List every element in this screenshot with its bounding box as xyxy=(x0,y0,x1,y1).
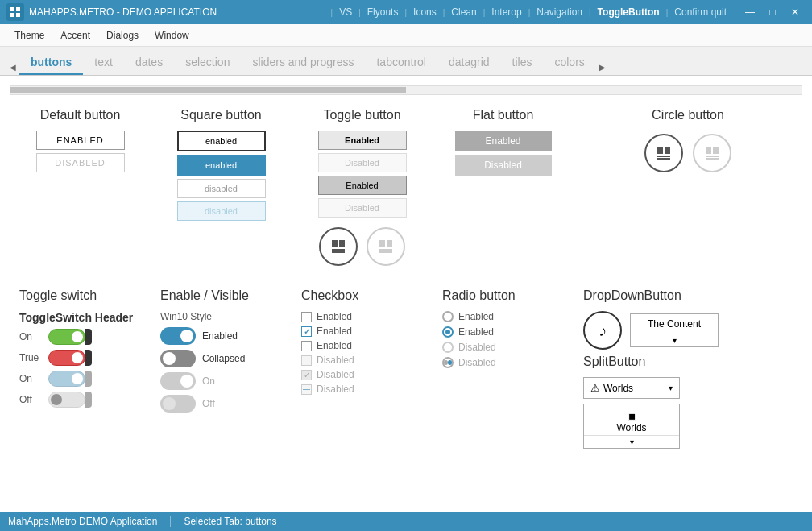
svg-rect-10 xyxy=(379,249,392,251)
toggle-thumb-1 xyxy=(72,331,83,342)
square-btn1[interactable]: enabled xyxy=(177,131,266,151)
square-button-title: Square button xyxy=(160,108,282,122)
tab-text[interactable]: text xyxy=(83,51,124,76)
circle-buttons-row xyxy=(583,131,793,176)
menu-theme[interactable]: Theme xyxy=(6,27,52,44)
toggle-label-true: True xyxy=(19,352,48,363)
toggle-row-on-green: On xyxy=(19,329,141,345)
tab-colors[interactable]: colors xyxy=(543,51,595,76)
dropdown-button-inner: The Content xyxy=(631,314,718,334)
split-btn1-main[interactable]: ⚠ Worlds ▾ xyxy=(584,378,679,398)
toggle-btn3[interactable]: Enabled xyxy=(318,176,407,195)
toggle2-on[interactable] xyxy=(160,327,196,345)
default-enabled-button[interactable]: ENABLED xyxy=(36,131,125,150)
toggle-off-gray[interactable] xyxy=(48,392,85,408)
tab-tabcontrol[interactable]: tabcontrol xyxy=(365,51,437,76)
cb-unchecked-1[interactable] xyxy=(301,312,312,322)
toggle-button-section: Toggle button Enabled Disabled Enabled D… xyxy=(292,102,433,276)
tab-datagrid[interactable]: datagrid xyxy=(437,51,501,76)
dropdown-arrow-icon[interactable]: ▾ xyxy=(631,334,718,346)
music-icon-button[interactable]: ♪ xyxy=(583,311,622,350)
nav-togglebutton[interactable]: ToggleButton xyxy=(591,6,666,18)
nav-vs[interactable]: VS xyxy=(333,6,358,18)
toggle-switch-section: Toggle switch ToggleSwitch Header On Tru… xyxy=(10,282,151,502)
tab-buttons[interactable]: buttons xyxy=(19,51,83,76)
close-button[interactable]: ✕ xyxy=(785,4,806,20)
tab-sliders[interactable]: sliders and progress xyxy=(241,51,365,76)
tab-dates[interactable]: dates xyxy=(124,51,174,76)
radio-unchecked-disabled xyxy=(442,342,454,353)
toggle-on-blue[interactable] xyxy=(48,371,85,387)
menu-dialogs[interactable]: Dialogs xyxy=(98,27,147,44)
split-btn2-label: Worlds xyxy=(616,422,646,434)
square-btn2[interactable]: enabled xyxy=(177,155,266,176)
status-separator xyxy=(170,516,171,527)
cb-row-2: ✓ Enabled xyxy=(301,326,423,337)
toggle2-thumb-disabled-on xyxy=(180,375,193,388)
toggle-btn1[interactable]: Enabled xyxy=(318,131,407,150)
svg-rect-12 xyxy=(657,147,663,154)
toggle-btn2: Disabled xyxy=(318,153,407,172)
toggle-circle-btn1[interactable] xyxy=(319,227,358,266)
toggle-label-off: Off xyxy=(19,394,48,405)
svg-rect-6 xyxy=(332,249,345,251)
menu-bar: Theme Accent Dialogs Window xyxy=(0,24,812,47)
circle-btn1[interactable] xyxy=(644,134,683,172)
enable-label-enabled: Enabled xyxy=(202,330,238,342)
nav-clean[interactable]: Clean xyxy=(445,6,483,18)
tab-tiles[interactable]: tiles xyxy=(501,51,544,76)
radio-label-3: Disabled xyxy=(458,342,496,353)
toggle-switch-header: ToggleSwitch Header xyxy=(19,311,141,324)
cb-unchecked-disabled xyxy=(301,355,312,366)
nav-flyouts[interactable]: Flyouts xyxy=(361,6,405,18)
maximize-button[interactable]: □ xyxy=(762,4,783,20)
cb-row-1: Enabled xyxy=(301,311,423,322)
nav-navigation[interactable]: Navigation xyxy=(530,6,589,18)
radio-button-section: Radio button Enabled Enabled Disabled xyxy=(433,282,574,502)
nav-icons[interactable]: Icons xyxy=(407,6,443,18)
toggle2-thumb-disabled-off xyxy=(163,397,176,410)
checkbox-section: Checkbox Enabled ✓ Enabled Enabled Disab… xyxy=(292,282,433,502)
title-bar: MAHAPPS.METRO - DEMO APPLICATION | VS | … xyxy=(0,0,812,24)
cb-row-6: Disabled xyxy=(301,384,423,395)
enable-row-collapsed: Collapsed xyxy=(160,350,282,367)
radio-unchecked-1[interactable] xyxy=(442,311,454,322)
warning-icon: ⚠ xyxy=(590,382,600,394)
toggle2-disabled-off xyxy=(160,395,196,413)
svg-rect-2 xyxy=(10,13,14,17)
menu-window[interactable]: Window xyxy=(147,27,197,44)
svg-rect-4 xyxy=(332,240,338,247)
nav-interop[interactable]: Interop xyxy=(485,6,528,18)
split-btn1-arrow-icon[interactable]: ▾ xyxy=(665,384,673,392)
toggle-label-on1: On xyxy=(19,331,48,342)
tab-bar: ◀ buttons text dates selection sliders a… xyxy=(0,47,812,76)
toggle-on-green[interactable] xyxy=(48,329,85,345)
toggle2-off[interactable] xyxy=(160,350,196,367)
dropdown-button[interactable]: The Content ▾ xyxy=(630,313,719,347)
cb-label-1: Enabled xyxy=(317,311,352,322)
svg-rect-0 xyxy=(10,7,14,11)
horizontal-scrollbar[interactable] xyxy=(10,85,802,95)
minimize-button[interactable]: — xyxy=(740,4,760,20)
cb-indeterminate-1[interactable] xyxy=(301,341,312,351)
tab-selection[interactable]: selection xyxy=(174,51,241,76)
cb-checked-1[interactable]: ✓ xyxy=(301,326,312,337)
nav-confirmquit[interactable]: Confirm quit xyxy=(668,6,733,18)
scroll-right-icon[interactable]: ▶ xyxy=(596,63,609,72)
square-btn3: disabled xyxy=(177,179,266,198)
menu-accent[interactable]: Accent xyxy=(52,27,98,44)
svg-rect-15 xyxy=(657,158,670,160)
dropdown-row: ♪ The Content ▾ xyxy=(583,311,793,350)
split-btn2-main[interactable]: ▣ Worlds xyxy=(584,404,679,435)
status-right: Selected Tab: buttons xyxy=(184,516,276,527)
toggle-thumb-3 xyxy=(72,373,83,384)
toggle-on-red[interactable] xyxy=(48,350,85,366)
scrollbar-thumb[interactable] xyxy=(10,87,406,93)
radio-checked-1[interactable] xyxy=(442,326,454,338)
window-title: MAHAPPS.METRO - DEMO APPLICATION xyxy=(29,6,331,18)
enable-row-on-disabled: On xyxy=(160,372,282,390)
flat-enabled-button[interactable]: Enabled xyxy=(455,131,552,151)
split-btn2-arrow-icon[interactable]: ▾ xyxy=(584,435,679,448)
default-disabled-button: DISABLED xyxy=(36,153,125,172)
scroll-left-icon[interactable]: ◀ xyxy=(6,63,19,72)
